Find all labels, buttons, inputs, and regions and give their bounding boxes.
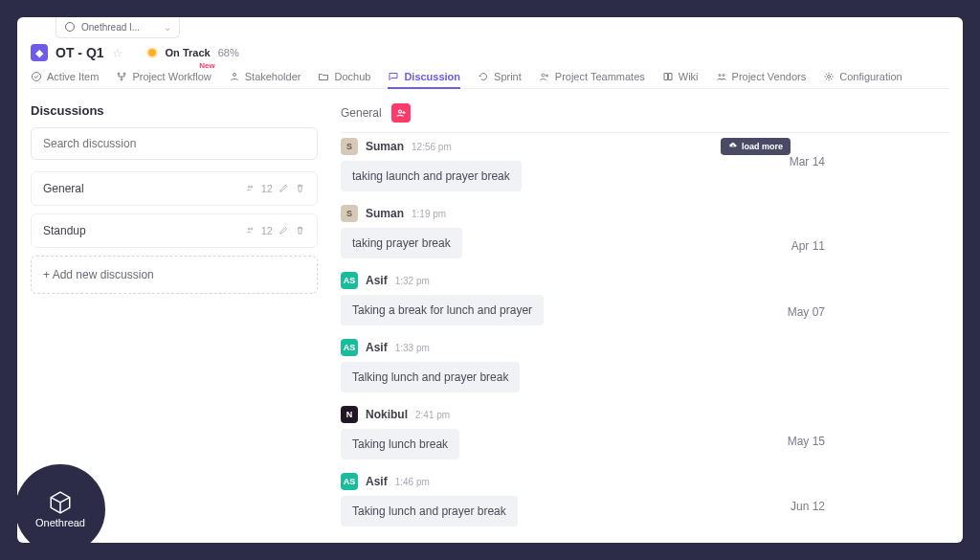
new-badge: New [199,61,214,70]
message-body: Taking lunch break [341,429,459,459]
workspace-icon [64,21,76,34]
date-separator: May 07 [788,305,825,319]
message: ASAsif1:33 pmTalking lunch and prayer br… [341,339,724,392]
message: ASAsif1:32 pmTaking a break for lunch an… [341,272,724,325]
date-separator: Apr 11 [791,239,825,253]
tab-project-vendors[interactable]: Project Vendors [716,71,807,82]
message-body: taking prayer break [341,228,462,258]
app-window: Onethread I... ⌄ ◆ OT - Q1 ☆ On Track 68… [17,17,963,543]
svg-point-6 [542,74,545,77]
discussion-name: General [43,182,84,195]
project-header: ◆ OT - Q1 ☆ On Track 68% [31,44,239,61]
tab-stakeholder[interactable]: Stakeholder [229,71,301,82]
discussion-name: Standup [43,224,86,237]
tab-bar: Active Item Project Workflow New Stakeho… [31,71,949,89]
tab-wiki[interactable]: Wiki [662,71,699,82]
svg-point-10 [828,76,831,78]
workflow-icon [116,71,127,82]
message: SSuman1:19 pmtaking prayer break [341,205,724,258]
search-input[interactable] [31,127,318,160]
people-icon [245,225,256,237]
workspace-selector[interactable]: Onethread I... ⌄ [56,17,180,38]
tab-project-workflow[interactable]: Project Workflow New [116,71,211,82]
delete-icon[interactable] [295,225,305,237]
load-more-label: load more [742,142,783,151]
message-author: Suman [366,207,404,220]
message-author: Asif [366,274,388,287]
delete-icon[interactable] [295,183,305,195]
message: ASAsif1:46 pmTaking lunch and prayer bre… [341,473,724,526]
tab-label: Configuration [839,71,902,82]
svg-point-14 [251,228,253,230]
date-separator: May 15 [788,435,825,448]
message-author: Asif [366,475,388,488]
project-title: OT - Q1 [56,45,104,60]
date-separator: Mar 14 [790,155,825,168]
chevron-down-icon: ⌄ [164,22,171,33]
vendors-icon [716,71,727,82]
message-body: Talking lunch and prayer break [341,362,520,392]
tab-discussion[interactable]: Discussion [388,71,460,82]
message-time: 12:56 pm [412,142,452,152]
cloud-download-icon [728,141,738,152]
svg-point-4 [121,78,122,80]
add-discussion-button[interactable]: + Add new discussion [31,256,318,294]
folder-icon [318,71,329,82]
check-circle-icon [31,71,42,82]
add-people-button[interactable] [391,103,411,123]
svg-point-8 [719,75,721,77]
svg-point-1 [33,73,41,81]
message-time: 2:41 pm [415,410,450,420]
svg-point-12 [251,186,253,188]
message-time: 1:46 pm [395,477,430,487]
tab-label: Stakeholder [245,71,301,82]
avatar: AS [341,339,358,356]
avatar: S [341,205,358,222]
avatar: N [341,406,358,423]
tab-dochub[interactable]: Dochub [318,71,370,82]
date-column: Mar 14Apr 11May 07May 15Jun 12 [777,138,949,543]
workspace-name: Onethread I... [81,22,140,33]
discussion-item-general[interactable]: General 12 [31,171,318,206]
message-list: SSuman12:56 pmtaking launch and prayer b… [341,138,724,543]
status-label: On Track [166,47,211,58]
message: SSuman12:56 pmtaking launch and prayer b… [341,138,724,191]
avatar: AS [341,473,358,490]
tab-active-item[interactable]: Active Item [31,71,99,82]
status-percent: 68% [218,47,239,58]
discussion-icon [388,71,399,82]
cube-icon [48,490,73,515]
status-dot-icon [146,47,158,58]
brand-name: Onethread [35,517,85,528]
tab-sprint[interactable]: Sprint [478,71,522,82]
message-author: Suman [366,140,404,153]
tab-label: Discussion [404,71,460,82]
sidebar-title: Discussions [31,103,318,118]
load-more-button[interactable]: load more [721,138,791,155]
tab-configuration[interactable]: Configuration [823,71,902,82]
tab-label: Project Workflow [132,71,211,82]
onethread-logo: Onethread [17,464,105,543]
tab-project-teammates[interactable]: Project Teammates [539,71,645,82]
svg-point-7 [546,75,547,77]
message-author: Asif [366,341,388,354]
people-icon [245,183,256,195]
project-icon: ◆ [31,44,48,61]
edit-icon[interactable] [278,225,289,237]
tab-label: Active Item [47,71,99,82]
edit-icon[interactable] [278,183,289,195]
team-icon [539,71,550,82]
message: NNokibul2:41 pmTaking lunch break [341,406,724,459]
svg-point-11 [248,186,250,188]
message-time: 1:19 pm [412,209,446,219]
member-count: 12 [261,225,273,236]
message-body: taking launch and prayer break [341,161,522,191]
tab-label: Project Teammates [555,71,645,82]
date-separator: Jun 12 [791,500,825,513]
star-icon[interactable]: ☆ [112,46,123,60]
discussion-item-standup[interactable]: Standup 12 [31,213,318,248]
svg-point-2 [118,73,120,75]
tab-label: Sprint [494,71,522,82]
svg-point-0 [66,22,75,31]
message-body: Taking a break for lunch and prayer [341,295,544,325]
